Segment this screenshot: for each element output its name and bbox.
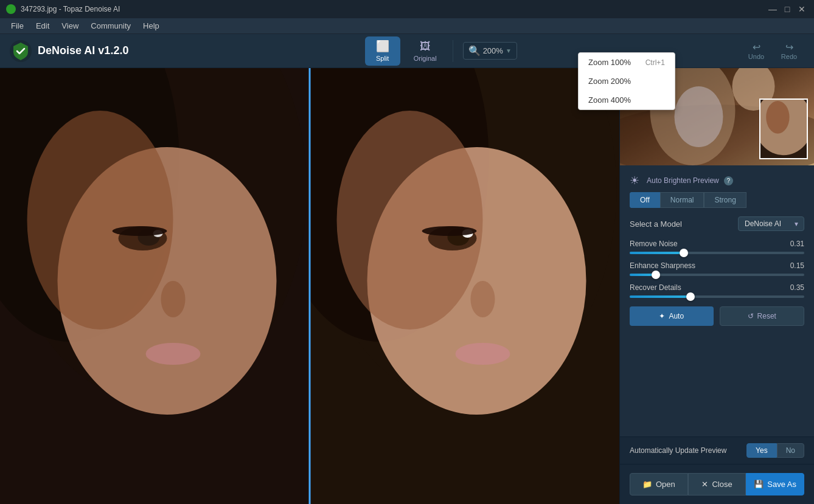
recover-details-track[interactable] <box>630 295 804 298</box>
auto-button[interactable]: ✦ Auto <box>630 306 714 326</box>
original-view-button[interactable]: 🖼 Original <box>408 36 443 66</box>
auto-update-toggle: Yes No <box>746 443 804 458</box>
svg-point-27 <box>675 86 723 147</box>
menu-community[interactable]: Community <box>85 19 137 32</box>
original-icon: 🖼 <box>420 40 431 53</box>
zoom-control[interactable]: 🔍 200% ▼ <box>463 42 517 60</box>
recover-details-thumb[interactable] <box>686 292 695 301</box>
image-area <box>0 68 619 504</box>
auto-brighten-normal-button[interactable]: Normal <box>660 192 704 208</box>
model-section: Select a Model DeNoise AI Standard Clear… <box>630 216 804 231</box>
enhance-sharpness-thumb[interactable] <box>652 271 660 279</box>
help-icon[interactable]: ? <box>724 176 733 185</box>
app-icon <box>6 4 16 14</box>
zoom-200-label: Zoom 200% <box>588 77 631 86</box>
zoom-400-option[interactable]: Zoom 400% <box>579 91 675 109</box>
split-icon: ⬜ <box>376 40 389 53</box>
zoom-100-shortcut: Ctrl+1 <box>645 58 665 67</box>
sun-icon: ☀ <box>630 174 639 187</box>
svg-point-22 <box>422 226 477 236</box>
save-as-button[interactable]: 💾 Save As <box>746 473 804 495</box>
auto-update-yes-button[interactable]: Yes <box>746 443 777 458</box>
window-title: 347293.jpg - Topaz Denoise AI <box>21 5 120 13</box>
enhance-sharpness-label: Enhance Sharpness <box>630 261 695 270</box>
undo-label: Undo <box>748 53 764 60</box>
svg-point-5 <box>27 111 173 330</box>
redo-button[interactable]: ↪ Redo <box>774 38 804 64</box>
save-icon: 💾 <box>754 480 764 489</box>
split-label: Split <box>376 55 389 62</box>
logo-icon <box>10 40 32 62</box>
menu-file[interactable]: File <box>5 19 30 32</box>
auto-brighten-toggle-group: Off Normal Strong <box>630 192 804 208</box>
zoom-100-label: Zoom 100% <box>588 58 631 67</box>
undo-button[interactable]: ↩ Undo <box>741 38 771 64</box>
face-svg-right <box>310 68 619 504</box>
thumbnail-zoom-content <box>760 100 807 158</box>
reset-btn-label: Reset <box>757 312 776 320</box>
auto-brighten-off-button[interactable]: Off <box>630 192 660 208</box>
reset-button[interactable]: ↺ Reset <box>720 306 805 326</box>
image-left-panel <box>0 68 310 504</box>
split-line[interactable] <box>309 68 311 504</box>
enhance-sharpness-value: 0.15 <box>790 261 804 270</box>
recover-details-section: Recover Details 0.35 <box>630 283 804 298</box>
face-image-left <box>0 68 310 504</box>
zoom-100-option[interactable]: Zoom 100% Ctrl+1 <box>579 53 675 72</box>
remove-noise-value: 0.31 <box>790 240 804 248</box>
zoom-400-label: Zoom 400% <box>588 95 631 105</box>
model-label: Select a Model <box>630 219 682 229</box>
undo-redo-group: ↩ Undo ↪ Redo <box>741 38 804 64</box>
main-content: ☀ Auto Brighten Preview ? Off Normal Str… <box>0 68 814 504</box>
recover-details-fill <box>630 295 691 298</box>
zoom-chevron-icon: ▼ <box>506 47 512 54</box>
reset-icon: ↺ <box>748 312 754 320</box>
zoom-icon: 🔍 <box>468 45 481 57</box>
menu-view[interactable]: View <box>55 19 85 32</box>
svg-point-9 <box>161 281 186 317</box>
remove-noise-thumb[interactable] <box>680 249 688 257</box>
minimize-button[interactable]: — <box>767 3 779 15</box>
close-x-icon: ✕ <box>701 480 708 489</box>
auto-update-section: Automatically Update Preview Yes No <box>620 437 814 464</box>
redo-label: Redo <box>781 53 797 60</box>
action-buttons: ✦ Auto ↺ Reset <box>630 306 804 326</box>
recover-details-header: Recover Details 0.35 <box>630 283 804 292</box>
app-logo: DeNoise AI v1.2.0 <box>10 40 128 62</box>
svg-point-31 <box>766 101 789 134</box>
redo-icon: ↪ <box>785 41 793 53</box>
controls-area: ☀ Auto Brighten Preview ? Off Normal Str… <box>620 165 814 437</box>
svg-point-10 <box>146 343 201 365</box>
original-label: Original <box>414 55 437 62</box>
recover-details-value: 0.35 <box>790 283 804 292</box>
svg-point-11 <box>113 226 167 236</box>
auto-brighten-label: Auto Brighten Preview <box>647 176 719 185</box>
remove-noise-track[interactable] <box>630 252 804 254</box>
close-window-button[interactable]: ✕ <box>796 3 808 15</box>
svg-point-16 <box>337 111 483 330</box>
model-header: Select a Model DeNoise AI Standard Clear… <box>630 216 804 231</box>
undo-icon: ↩ <box>753 41 760 53</box>
thumbnail-zoom-box <box>759 98 808 159</box>
open-button[interactable]: 📁 Open <box>630 473 688 495</box>
zoom-dropdown: Zoom 100% Ctrl+1 Zoom 200% Zoom 400% <box>578 52 675 110</box>
maximize-button[interactable]: □ <box>781 3 793 15</box>
open-btn-label: Open <box>656 480 675 489</box>
save-as-btn-label: Save As <box>767 480 796 489</box>
auto-update-no-button[interactable]: No <box>777 443 804 458</box>
enhance-sharpness-track[interactable] <box>630 274 804 276</box>
toolbar: DeNoise AI v1.2.0 ⬜ Split 🖼 Original 🔍 2… <box>0 34 814 68</box>
auto-brighten-strong-button[interactable]: Strong <box>704 192 746 208</box>
app-name: DeNoise AI v1.2.0 <box>38 44 128 57</box>
remove-noise-label: Remove Noise <box>630 240 678 248</box>
image-right-panel <box>310 68 619 504</box>
close-button[interactable]: ✕ Close <box>688 473 746 495</box>
zoom-200-option[interactable]: Zoom 200% <box>579 72 675 91</box>
model-select[interactable]: DeNoise AI Standard Clear Low Light Seve… <box>738 216 804 231</box>
menu-edit[interactable]: Edit <box>30 19 55 32</box>
auto-brighten-header: ☀ Auto Brighten Preview ? <box>630 174 804 187</box>
split-view-button[interactable]: ⬜ Split <box>365 36 400 66</box>
menu-help[interactable]: Help <box>137 19 165 32</box>
auto-wand-icon: ✦ <box>659 312 665 320</box>
remove-noise-section: Remove Noise 0.31 <box>630 240 804 254</box>
